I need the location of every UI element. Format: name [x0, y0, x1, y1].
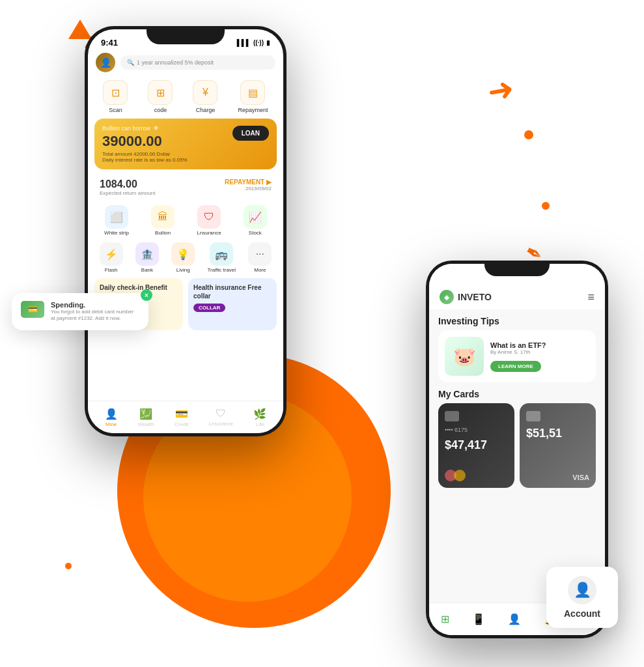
search-icon: 🔍	[127, 59, 134, 66]
repay-date: 2019/09/02	[225, 186, 272, 192]
hamburger-icon[interactable]: ≡	[587, 291, 595, 304]
spending-close-button[interactable]: ×	[141, 289, 152, 301]
cat-flash[interactable]: ⚡ Flash	[100, 242, 123, 273]
tips-card[interactable]: 🐷 What is an ETF? By Anime S. 17th LEARN…	[438, 330, 596, 382]
promo-health[interactable]: Health insurance Free collar COLLAR	[188, 278, 277, 330]
inveto-logo: ◈ INVETO	[440, 290, 492, 304]
nav-lnsurance-label: Lnsurance	[209, 421, 233, 427]
inveto-nav-apps-icon[interactable]: ⊞	[441, 613, 449, 625]
card-visa[interactable]: $51,51 VISA	[520, 403, 596, 488]
nav-wealth-label: Wealth	[138, 421, 154, 427]
card-dots-1: •••• 6175	[445, 427, 508, 433]
cat-insurance[interactable]: 🛡 Lnsurance	[197, 205, 221, 236]
search-bar[interactable]: 👤 🔍 1 year annualized 5% deposit	[96, 53, 275, 72]
deco-dot-2	[65, 563, 72, 569]
cat-bullion[interactable]: 🏛 Bullion	[151, 205, 175, 236]
cat-white-strip[interactable]: ⬜ White strip	[104, 205, 129, 236]
category-grid-2: ⚡ Flash 🏦 Bank 💡 Living 🚌 Traffic travel…	[88, 241, 283, 276]
account-icon: 👤	[568, 576, 596, 604]
nav-wealth[interactable]: 💹 Wealth	[138, 408, 154, 427]
inveto-logo-icon: ◈	[440, 290, 454, 304]
cat-more[interactable]: ··· More	[248, 242, 272, 273]
charge-icon: ¥	[193, 80, 217, 105]
visa-brand-label: VISA	[572, 474, 589, 481]
scan-label: Scan	[109, 107, 122, 113]
nav-life-icon: 🌿	[253, 408, 266, 420]
inveto-nav-user-icon[interactable]: 👤	[508, 613, 521, 625]
scan-icon: ⊡	[103, 80, 128, 105]
flash-icon: ⚡	[100, 242, 123, 266]
mastercard-logo	[445, 470, 466, 481]
cat-flash-label: Flash	[105, 267, 118, 273]
card-amount-1: $47,417	[445, 438, 508, 452]
health-badge: COLLAR	[193, 304, 225, 312]
nav-life[interactable]: 🌿 Life	[253, 408, 266, 427]
traffic-icon: 🚌	[210, 242, 233, 266]
etf-info: What is an ETF? By Anime S. 17th LEARN M…	[490, 341, 546, 372]
action-charge[interactable]: ¥ Charge	[193, 80, 217, 113]
gold-banner: Bullion can borrow 👁 39000.00 LOAN Total…	[94, 119, 277, 169]
spending-text: Spending. You forgot to add debit card n…	[51, 301, 139, 322]
phone-main: 9:41 ▌▌▌ ((·)) ▮ 👤 🔍 1 year annualized 5…	[85, 26, 287, 436]
action-repayment[interactable]: ▤ Repayment	[238, 80, 268, 113]
etf-author: By Anime S. 17th	[490, 349, 546, 355]
nav-lnsurance-icon: 🛡	[216, 408, 226, 419]
battery-icon: ▮	[266, 39, 270, 46]
gold-sub2: Daily interest rate is as low as 0.05%	[102, 157, 269, 163]
cat-insurance-label: Lnsurance	[197, 230, 221, 236]
action-code[interactable]: ⊞ code	[148, 80, 173, 113]
card-chip-1	[445, 411, 459, 421]
code-label: code	[154, 107, 167, 113]
cat-more-label: More	[254, 267, 266, 273]
bottom-nav-main: 👤 Mine 💹 Wealth 💳 Credit 🛡 Lnsurance 🌿 L…	[88, 401, 283, 433]
cat-traffic[interactable]: 🚌 Traffic travel	[207, 242, 236, 273]
charge-label: Charge	[196, 107, 216, 113]
repayment-link[interactable]: REPAYMENT ▶	[225, 178, 272, 186]
cat-living[interactable]: 💡 Living	[171, 242, 195, 273]
more-icon: ···	[248, 242, 272, 266]
insurance-icon: 🛡	[197, 205, 221, 229]
deco-dot-4	[542, 202, 550, 210]
repay-amount: 1084.00	[100, 178, 155, 190]
search-placeholder-text: 1 year annualized 5% deposit	[137, 59, 214, 66]
inveto-logo-text: INVETO	[458, 292, 492, 302]
learn-more-button[interactable]: LEARN MORE	[490, 361, 541, 372]
spending-notification-card: × 💳 Spending. You forgot to add debit ca…	[12, 293, 148, 330]
cards-row: •••• 6175 $47,417 $51,51 VISA	[438, 403, 596, 488]
cat-living-label: Living	[176, 267, 190, 273]
deco-dot-1	[524, 130, 533, 139]
gold-amount: 39000.00	[102, 133, 162, 150]
gold-sub1: Total amount 42000.00 Dollar	[102, 151, 269, 157]
cat-white-strip-label: White strip	[104, 230, 129, 236]
cat-bank[interactable]: 🏦 Bank	[135, 242, 159, 273]
search-input[interactable]: 🔍 1 year annualized 5% deposit	[120, 55, 275, 70]
account-popup[interactable]: 👤 Account	[546, 567, 618, 628]
cat-stock-label: Stock	[249, 230, 262, 236]
card-mastercard[interactable]: •••• 6175 $47,417	[438, 403, 514, 488]
deco-arrow-icon: ➜	[484, 70, 516, 110]
nav-life-label: Life	[256, 421, 264, 427]
cat-traffic-label: Traffic travel	[207, 267, 236, 273]
nav-credit[interactable]: 💳 Credit	[175, 408, 188, 427]
promo-health-title: Health insurance Free collar	[193, 283, 272, 300]
inveto-nav-phone-icon[interactable]: 📱	[472, 613, 485, 625]
nav-wealth-icon: 💹	[139, 408, 152, 420]
account-label: Account	[564, 608, 600, 619]
gold-borrow-label: Bullion can borrow	[102, 125, 150, 132]
cat-stock[interactable]: 📈 Stock	[244, 205, 267, 236]
nav-lnsurance[interactable]: 🛡 Lnsurance	[209, 408, 233, 427]
investing-tips-title: Investing Tips	[438, 316, 596, 326]
mc-circle-2	[454, 470, 466, 481]
action-scan[interactable]: ⊡ Scan	[103, 80, 128, 113]
spending-card-icon: 💳	[21, 301, 44, 318]
bank-icon: 🏦	[135, 242, 159, 266]
status-time: 9:41	[101, 38, 118, 48]
status-icons: ▌▌▌ ((·)) ▮	[237, 39, 270, 46]
avatar[interactable]: 👤	[96, 53, 115, 72]
nav-mine-icon: 👤	[105, 408, 118, 420]
repayment-row: 1084.00 Expected return amount REPAYMENT…	[94, 175, 277, 200]
nav-mine[interactable]: 👤 Mine	[105, 408, 118, 427]
phone-main-notch	[147, 26, 225, 44]
eye-icon: 👁	[153, 125, 159, 132]
living-icon: 💡	[171, 242, 195, 266]
